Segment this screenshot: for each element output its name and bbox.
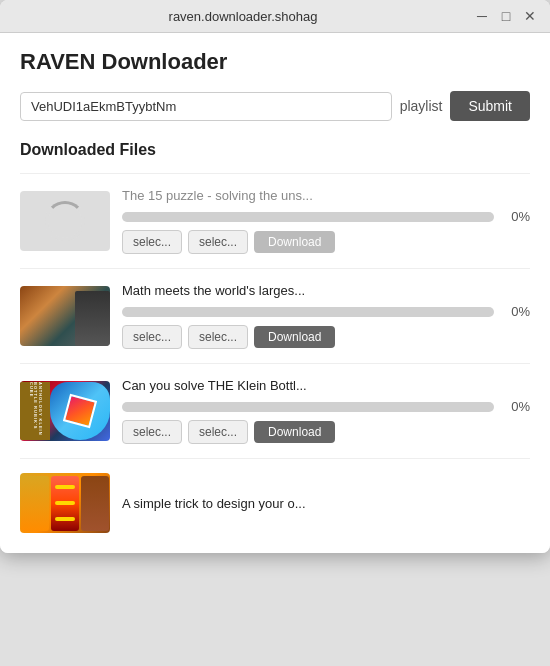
actions-row: selec... selec... Download <box>122 325 530 349</box>
file-info: Math meets the world's larges... 0% sele… <box>122 283 530 349</box>
select-quality-button[interactable]: selec... <box>188 420 248 444</box>
file-info: The 15 puzzle - solving the uns... 0% se… <box>122 188 530 254</box>
file-info: Can you solve THE Klein Bottl... 0% sele… <box>122 378 530 444</box>
loading-spinner <box>35 191 95 251</box>
content-area: RAVEN Downloader playlist Submit Downloa… <box>0 33 550 553</box>
file-title: Can you solve THE Klein Bottl... <box>122 378 530 393</box>
select-quality-button[interactable]: selec... <box>188 325 248 349</box>
file-thumbnail <box>20 473 110 533</box>
file-thumbnail: ANTHOLOGY KLEIN BOTTLE RUBIK'S CUBE <box>20 381 110 441</box>
progress-bar-bg <box>122 402 494 412</box>
list-item: Math meets the world's larges... 0% sele… <box>20 268 530 363</box>
actions-row: selec... selec... Download <box>122 420 530 444</box>
section-title: Downloaded Files <box>20 141 530 159</box>
download-button[interactable]: Download <box>254 231 335 253</box>
list-item: The 15 puzzle - solving the uns... 0% se… <box>20 173 530 268</box>
maximize-button[interactable]: □ <box>498 8 514 24</box>
select-format-button[interactable]: selec... <box>122 230 182 254</box>
select-quality-button[interactable]: selec... <box>188 230 248 254</box>
title-bar: raven.downloader.shohag ─ □ ✕ <box>0 0 550 33</box>
progress-bar-bg <box>122 307 494 317</box>
submit-button[interactable]: Submit <box>450 91 530 121</box>
select-format-button[interactable]: selec... <box>122 420 182 444</box>
minimize-button[interactable]: ─ <box>474 8 490 24</box>
progress-row: 0% <box>122 399 530 414</box>
progress-row: 0% <box>122 304 530 319</box>
file-title: Math meets the world's larges... <box>122 283 530 298</box>
list-item: ANTHOLOGY KLEIN BOTTLE RUBIK'S CUBE Can … <box>20 363 530 458</box>
file-title: The 15 puzzle - solving the uns... <box>122 188 530 203</box>
progress-percent: 0% <box>502 209 530 224</box>
file-thumbnail <box>20 286 110 346</box>
progress-bar-bg <box>122 212 494 222</box>
url-input[interactable] <box>20 92 392 121</box>
progress-row: 0% <box>122 209 530 224</box>
actions-row: selec... selec... Download <box>122 230 530 254</box>
window-controls: ─ □ ✕ <box>474 8 538 24</box>
file-thumbnail <box>20 191 110 251</box>
file-info: A simple trick to design your o... <box>122 496 530 511</box>
progress-percent: 0% <box>502 304 530 319</box>
window-title: raven.downloader.shohag <box>12 9 474 24</box>
progress-percent: 0% <box>502 399 530 414</box>
select-format-button[interactable]: selec... <box>122 325 182 349</box>
spinner-icon <box>45 201 85 241</box>
files-list: The 15 puzzle - solving the uns... 0% se… <box>20 173 530 537</box>
download-button[interactable]: Download <box>254 326 335 348</box>
input-row: playlist Submit <box>20 91 530 121</box>
playlist-label: playlist <box>400 98 443 114</box>
file-title: A simple trick to design your o... <box>122 496 530 511</box>
main-window: raven.downloader.shohag ─ □ ✕ RAVEN Down… <box>0 0 550 553</box>
download-button[interactable]: Download <box>254 421 335 443</box>
close-button[interactable]: ✕ <box>522 8 538 24</box>
thumb-text: ANTHOLOGY KLEIN BOTTLE RUBIK'S CUBE <box>20 382 50 440</box>
app-title: RAVEN Downloader <box>20 49 530 75</box>
list-item: A simple trick to design your o... <box>20 458 530 537</box>
